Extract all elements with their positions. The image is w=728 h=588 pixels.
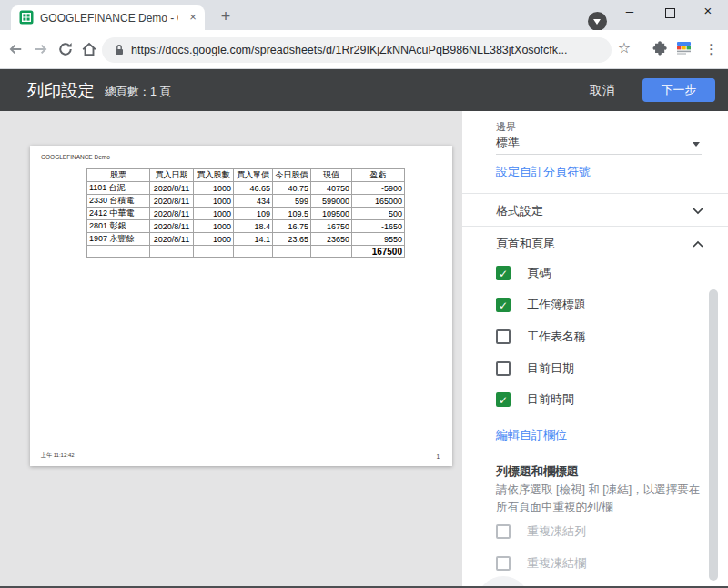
- cell: 109.5: [273, 208, 311, 220]
- cell: 500: [352, 208, 405, 220]
- home-icon[interactable]: [80, 40, 98, 58]
- section-label: 頁首和頁尾: [496, 237, 555, 250]
- cell: 1000: [194, 195, 234, 208]
- checkbox-current-time[interactable]: ✓ 目前時間: [496, 391, 574, 408]
- section-headers-footers[interactable]: 頁首和頁尾: [496, 236, 703, 252]
- tab-title: GOOGLEFINANCE Demo - Goo: [40, 12, 178, 25]
- cell: 434: [234, 195, 273, 208]
- table-header-row: 股票 買入日期 買入股數 買入單價 今日股價 現值 盈虧: [87, 169, 405, 182]
- checkbox-label: 重複凍結列: [527, 523, 586, 540]
- column-header: 買入單價: [234, 169, 273, 182]
- checkbox-sheet-name[interactable]: ✓ 工作表名稱: [496, 329, 586, 345]
- checkbox-icon[interactable]: ✓: [496, 298, 511, 312]
- cell: 18.4: [234, 220, 273, 233]
- page-title: 列印設定: [27, 79, 95, 102]
- cell: 109: [234, 208, 273, 220]
- browser-menu-icon[interactable]: ⋮: [704, 38, 717, 60]
- checkbox-icon[interactable]: ✓: [496, 329, 511, 344]
- cell: 1101 台泥: [87, 182, 150, 195]
- browser-window: GOOGLEFINANCE Demo - Goo × + – ×: [0, 0, 728, 588]
- column-header: 今日股價: [273, 169, 311, 182]
- row-col-headers-title: 列標題和欄標題: [496, 463, 579, 480]
- print-options-sidebar: 邊界 標準 設定自訂分頁符號 格式設定 頁首和頁尾 ✓ 頁碼 ✓ 工作簿標題: [462, 111, 728, 588]
- checkbox-label: 工作簿標題: [527, 297, 586, 313]
- extension-badge-icon[interactable]: [676, 41, 692, 56]
- checkbox-page-numbers[interactable]: ✓ 頁碼: [496, 265, 551, 281]
- print-settings-header: 列印設定 總頁數：1 頁 取消 下一步: [0, 69, 728, 111]
- minimize-button[interactable]: –: [621, 3, 639, 23]
- checkbox-icon[interactable]: ✓: [496, 361, 511, 376]
- tab-close-icon[interactable]: ×: [186, 10, 200, 25]
- edit-custom-fields-link[interactable]: 編輯自訂欄位: [496, 427, 567, 443]
- cell: [234, 246, 273, 258]
- bottom-circle-decoration: [477, 576, 530, 588]
- cell: 1907 永豐餘: [87, 233, 150, 246]
- footer-time: 上午 11:12:42: [41, 451, 75, 460]
- cell: 40.75: [273, 182, 311, 195]
- checkbox-icon[interactable]: ✓: [496, 392, 511, 407]
- close-window-button[interactable]: ×: [699, 3, 717, 23]
- checkbox-label: 工作表名稱: [527, 329, 586, 345]
- extensions-icon[interactable]: [652, 40, 668, 56]
- cell: [150, 246, 194, 258]
- reload-icon[interactable]: [56, 40, 75, 58]
- cell: -1650: [352, 220, 405, 233]
- cell: 23650: [311, 233, 352, 246]
- column-header: 買入日期: [150, 169, 194, 182]
- cell: 599: [273, 195, 311, 208]
- browser-tab[interactable]: GOOGLEFINANCE Demo - Goo ×: [11, 5, 205, 30]
- custom-page-breaks-link[interactable]: 設定自訂分頁符號: [496, 164, 591, 180]
- caret-down-icon: [693, 142, 700, 147]
- cell: 16750: [311, 220, 352, 233]
- cell: 2020/8/11: [150, 233, 194, 246]
- url-text: https://docs.google.com/spreadsheets/d/1…: [131, 44, 604, 56]
- margins-select[interactable]: 標準: [496, 135, 702, 155]
- cell: 109500: [311, 208, 352, 220]
- checkbox-current-date[interactable]: ✓ 目前日期: [496, 360, 574, 377]
- sidebar-scrollbar[interactable]: [709, 289, 718, 581]
- checkbox-label: 頁碼: [527, 265, 551, 281]
- cell: 2801 彰銀: [87, 220, 150, 233]
- checkbox-icon: [496, 524, 511, 539]
- total-pages-text: 總頁數：1 頁: [105, 85, 171, 100]
- workbook-title: GOOGLEFINANCE Demo: [41, 154, 110, 160]
- url-bar[interactable]: https://docs.google.com/spreadsheets/d/1…: [102, 37, 612, 63]
- lock-icon: [112, 43, 126, 57]
- cancel-button[interactable]: 取消: [590, 83, 614, 99]
- checkbox-icon[interactable]: ✓: [496, 266, 511, 280]
- maximize-button[interactable]: [665, 8, 675, 18]
- cell: [87, 246, 150, 258]
- back-icon[interactable]: [6, 40, 25, 58]
- cell: 2020/8/11: [150, 195, 194, 208]
- table-row: 1907 永豐餘 2020/8/11 1000 14.1 23.65 23650…: [87, 233, 405, 246]
- footer-page-number: 1: [436, 453, 440, 460]
- new-tab-button[interactable]: +: [215, 5, 237, 27]
- cell: 2020/8/11: [150, 220, 194, 233]
- checkbox-repeat-frozen-cols: 重複凍結欄: [496, 555, 586, 572]
- row-col-headers-hint: 請依序選取 [檢視] 和 [凍結]，以選擇要在所有頁面中重複的列/欄: [496, 482, 709, 516]
- cell: 1000: [194, 208, 234, 220]
- cell: 165000: [352, 195, 405, 208]
- cell: 1000: [194, 220, 234, 233]
- cell: 599000: [311, 195, 352, 208]
- column-header: 買入股數: [194, 169, 234, 182]
- cell: 9550: [352, 233, 405, 246]
- preview-table: 股票 買入日期 買入股數 買入單價 今日股價 現值 盈虧 1101 台泥 202…: [86, 168, 405, 258]
- divider: [462, 193, 728, 194]
- forward-icon[interactable]: [32, 40, 50, 58]
- checkbox-label: 重複凍結欄: [527, 555, 586, 572]
- cell: 2020/8/11: [150, 182, 194, 195]
- bookmark-star-icon[interactable]: ☆: [615, 39, 633, 57]
- chrome-update-badge[interactable]: [588, 12, 607, 31]
- cell: 16.75: [273, 220, 311, 233]
- table-row: 2330 台積電 2020/8/11 1000 434 599 599000 1…: [87, 195, 405, 208]
- next-button[interactable]: 下一步: [642, 78, 715, 102]
- column-header: 現值: [311, 169, 352, 182]
- cell: 40750: [311, 182, 352, 195]
- cell: [194, 246, 234, 258]
- section-format-settings[interactable]: 格式設定: [496, 203, 703, 219]
- cell: [311, 246, 352, 258]
- cell: 14.1: [234, 233, 273, 246]
- checkbox-workbook-title[interactable]: ✓ 工作簿標題: [496, 297, 586, 313]
- margins-label: 邊界: [496, 120, 516, 134]
